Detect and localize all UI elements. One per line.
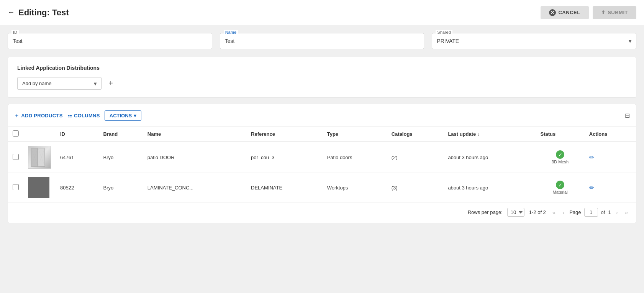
- filter-icon[interactable]: ⊟: [625, 112, 630, 119]
- row2-name: LAMINATE_CONC...: [143, 173, 246, 202]
- actions-button[interactable]: ACTIONS ▾: [105, 110, 142, 121]
- back-arrow[interactable]: ←: [8, 8, 15, 16]
- header-catalogs: Catalogs: [387, 127, 444, 142]
- last-page-button[interactable]: »: [623, 208, 630, 216]
- sort-down-icon: ↓: [477, 132, 480, 137]
- row1-type: Patio doors: [323, 142, 387, 173]
- top-header: ← Editing: Test ✕ CANCEL ⬆ SUBMIT: [0, 0, 644, 25]
- row1-check: [8, 142, 23, 173]
- name-field-wrapper: Name: [220, 33, 424, 49]
- row1-last-update: about 3 hours ago: [443, 142, 536, 173]
- header-last-update[interactable]: Last update ↓: [443, 127, 536, 142]
- row1-name: patio DOOR: [143, 142, 246, 173]
- of-label: of: [601, 209, 605, 215]
- select-all-checkbox[interactable]: [13, 130, 19, 137]
- header-check: [8, 127, 23, 142]
- next-page-button[interactable]: ›: [614, 208, 620, 216]
- total-pages: 1: [608, 209, 611, 215]
- add-products-plus-icon: ＋: [14, 112, 19, 119]
- add-by-name-select[interactable]: Add by name: [17, 77, 102, 90]
- row2-actions: ✏: [585, 173, 636, 202]
- row2-last-update: about 3 hours ago: [443, 173, 536, 202]
- row1-actions: ✏: [585, 142, 636, 173]
- row1-reference: por_cou_3: [246, 142, 323, 173]
- submit-label: SUBMIT: [608, 10, 628, 15]
- header-actions: ✕ CANCEL ⬆ SUBMIT: [541, 6, 636, 19]
- submit-button[interactable]: ⬆ SUBMIT: [593, 6, 636, 19]
- add-products-button[interactable]: ＋ ADD PRODUCTS: [14, 112, 63, 119]
- add-distribution-button[interactable]: +: [105, 78, 116, 89]
- rows-per-page-label: Rows per page:: [468, 209, 503, 215]
- shared-select-wrapper: PRIVATE PUBLIC ▼: [432, 33, 636, 49]
- page-input[interactable]: [584, 208, 598, 217]
- rows-per-page-select[interactable]: 10 25 50: [507, 208, 524, 217]
- header-type: Type: [323, 127, 387, 142]
- row2-catalogs: (3): [387, 173, 444, 202]
- row2-image: [28, 177, 49, 198]
- form-row: ID Name Shared PRIVATE PUBLIC ▼: [0, 25, 644, 57]
- page-label: Page: [569, 209, 581, 215]
- columns-icon: ⚏: [67, 113, 72, 119]
- row1-image: [28, 146, 51, 169]
- row2-status-badge: ✓ Material: [540, 181, 580, 194]
- add-products-label: ADD PRODUCTS: [21, 113, 62, 119]
- id-field-wrapper: ID: [8, 33, 212, 49]
- last-update-sort: Last update ↓: [448, 131, 480, 137]
- row1-catalogs: (2): [387, 142, 444, 173]
- actions-arrow-icon: ▾: [134, 113, 136, 119]
- table-row: 64761 Bryo patio DOOR por_cou_3 Patio do…: [8, 142, 636, 173]
- id-label: ID: [11, 30, 19, 35]
- page-title: Editing: Test: [18, 8, 69, 18]
- add-by-name-select-wrapper: Add by name ▼: [17, 77, 102, 90]
- row2-brand: Bryo: [99, 173, 143, 202]
- products-toolbar: ＋ ADD PRODUCTS ⚏ COLUMNS ACTIONS ▾ ⊟: [8, 110, 636, 127]
- row2-status-label: Material: [553, 190, 568, 194]
- columns-button[interactable]: ⚏ COLUMNS: [67, 113, 100, 119]
- row1-edit-button[interactable]: ✏: [589, 154, 594, 161]
- linked-title: Linked Application Distributions: [17, 65, 627, 71]
- header-name: Name: [143, 127, 246, 142]
- shared-select[interactable]: PRIVATE PUBLIC: [432, 33, 636, 49]
- header-status: Status: [536, 127, 584, 142]
- prev-page-button[interactable]: ‹: [560, 208, 566, 216]
- cancel-icon: ✕: [549, 9, 556, 16]
- toolbar-right: ⊟: [625, 112, 630, 119]
- products-section: ＋ ADD PRODUCTS ⚏ COLUMNS ACTIONS ▾ ⊟: [8, 104, 636, 223]
- header-actions: Actions: [585, 127, 636, 142]
- row2-id: 80522: [56, 173, 99, 202]
- header-brand: Brand: [99, 127, 143, 142]
- row1-id: 64761: [56, 142, 99, 173]
- table-row: 80522 Bryo LAMINATE_CONC... DELAMINATE W…: [8, 173, 636, 202]
- first-page-button[interactable]: «: [551, 208, 557, 216]
- row2-type: Worktops: [323, 173, 387, 202]
- row2-reference: DELAMINATE: [246, 173, 323, 202]
- pagination-row: Rows per page: 10 25 50 1-2 of 2 « ‹ Pag…: [8, 202, 636, 217]
- row2-checkbox[interactable]: [13, 184, 19, 190]
- row2-img: [23, 173, 56, 202]
- door-svg: [29, 146, 50, 168]
- row1-brand: Bryo: [99, 142, 143, 173]
- row2-check: [8, 173, 23, 202]
- row1-status-label: 3D Mesh: [552, 160, 569, 164]
- range-text: 1-2 of 2: [529, 209, 546, 215]
- header-left: ← Editing: Test: [8, 8, 69, 18]
- submit-icon: ⬆: [601, 10, 606, 15]
- row2-status: ✓ Material: [536, 173, 584, 202]
- name-input[interactable]: [220, 33, 424, 49]
- row2-check-circle: ✓: [556, 181, 564, 189]
- actions-label: ACTIONS: [110, 113, 132, 119]
- cancel-button[interactable]: ✕ CANCEL: [541, 6, 588, 19]
- columns-label: COLUMNS: [74, 113, 100, 119]
- row1-status-badge: ✓ 3D Mesh: [540, 150, 580, 164]
- linked-section: Linked Application Distributions Add by …: [8, 57, 636, 98]
- row1-status: ✓ 3D Mesh: [536, 142, 584, 173]
- row1-img: [23, 142, 56, 173]
- name-label: Name: [224, 30, 238, 35]
- row2-edit-button[interactable]: ✏: [589, 184, 594, 191]
- header-reference: Reference: [246, 127, 323, 142]
- id-input[interactable]: [8, 33, 212, 49]
- shared-field-wrapper: Shared PRIVATE PUBLIC ▼: [432, 33, 636, 49]
- header-img: [23, 127, 56, 142]
- row1-checkbox[interactable]: [13, 154, 19, 160]
- header-id: ID: [56, 127, 99, 142]
